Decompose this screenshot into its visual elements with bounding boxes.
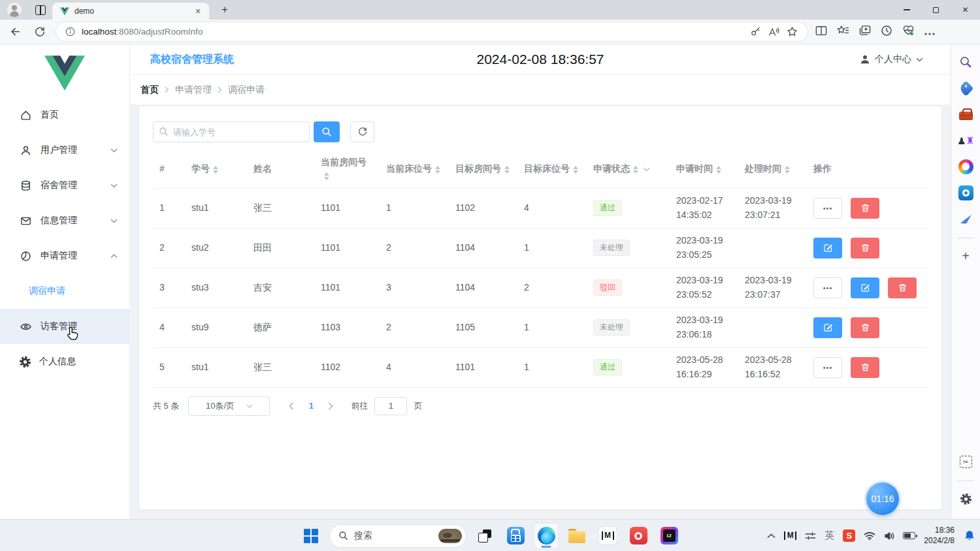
chevron-down-icon (916, 57, 923, 62)
sort-caret-icon[interactable] (785, 166, 790, 174)
file-explorer-icon[interactable] (564, 523, 589, 549)
sort-caret-icon[interactable] (324, 172, 329, 180)
row-delete-button[interactable] (851, 198, 879, 219)
tray-notification-bell-icon[interactable] (964, 530, 975, 541)
filter-icon[interactable] (643, 167, 650, 172)
sidebar-shopping-icon[interactable] (955, 77, 977, 99)
start-button[interactable] (299, 523, 323, 549)
site-info-icon[interactable] (65, 27, 75, 37)
sidebar-item-room-adjust[interactable]: 调宿申请 (0, 274, 129, 309)
workspaces-icon[interactable] (35, 5, 46, 15)
sidebar-screenshot-icon[interactable]: ✂ (955, 450, 977, 473)
window-minimize-button[interactable] (892, 0, 921, 20)
split-screen-icon[interactable] (815, 25, 827, 39)
tray-wifi-icon[interactable] (864, 531, 875, 541)
sort-caret-icon[interactable] (633, 166, 638, 174)
intellij-idea-icon[interactable]: IJ (657, 523, 681, 549)
browser-tab[interactable]: demo × (52, 3, 209, 20)
tab-close-icon[interactable]: × (192, 5, 204, 17)
column-header-current-bed[interactable]: 当前床位号 (380, 150, 449, 188)
browser-more-icon[interactable] (924, 26, 935, 38)
browser-profile-avatar[interactable] (7, 3, 22, 17)
row-delete-button[interactable] (851, 317, 879, 338)
breadcrumb-item[interactable]: 申请管理 (175, 84, 212, 96)
sort-caret-icon[interactable] (573, 166, 578, 174)
m-app-icon[interactable]: M (595, 523, 620, 549)
history-icon[interactable] (881, 25, 892, 39)
address-bar[interactable]: localhost:8080/adjustRoomInfo (56, 22, 808, 41)
taskbar-search-box[interactable]: 搜索 (329, 524, 466, 548)
sidebar-item-personal-info[interactable]: 个人信息 (0, 344, 129, 379)
sidebar-item-dorm-mgmt[interactable]: 宿舍管理 (0, 168, 129, 203)
user-menu[interactable]: 个人中心 (860, 54, 923, 65)
sidebar-item-info-mgmt[interactable]: 信息管理 (0, 203, 129, 238)
sidebar-item-apply-mgmt[interactable]: 申请管理 (0, 238, 129, 274)
column-header-apply-time[interactable]: 申请时间 (670, 150, 738, 188)
sidebar-item-home[interactable]: 首页 (0, 97, 129, 133)
goto-page-input[interactable] (374, 397, 407, 415)
student-id-search-input[interactable] (153, 121, 310, 142)
column-header-status[interactable]: 申请状态 (587, 150, 670, 188)
row-delete-button[interactable] (888, 277, 917, 298)
read-aloud-icon[interactable] (764, 24, 783, 40)
column-header-target-bed[interactable]: 目标床位号 (517, 150, 587, 188)
collections-icon[interactable] (859, 25, 871, 39)
current-page[interactable]: 1 (301, 401, 321, 411)
sidebar-drop-icon[interactable] (955, 208, 977, 230)
sort-caret-icon[interactable] (716, 166, 721, 174)
sidebar-item-visitor-mgmt[interactable]: 访客管理 (0, 309, 129, 344)
new-tab-button[interactable]: + (217, 2, 233, 18)
microsoft-store-icon[interactable] (503, 523, 528, 549)
tray-sliders-icon[interactable] (805, 531, 816, 541)
refresh-table-button[interactable] (350, 121, 374, 142)
favorite-star-icon[interactable] (783, 24, 801, 40)
tray-battery-icon[interactable] (903, 532, 915, 539)
refresh-button[interactable] (30, 22, 50, 42)
column-header-student-id[interactable]: 学号 (185, 150, 247, 188)
sidebar-item-user-mgmt[interactable]: 用户管理 (0, 133, 129, 168)
row-delete-button[interactable] (851, 357, 879, 378)
sort-caret-icon[interactable] (213, 166, 218, 174)
page-size-select[interactable]: 10条/页 (188, 396, 270, 416)
next-page-button[interactable] (321, 396, 340, 416)
sidebar-microsoft365-icon[interactable] (955, 155, 977, 178)
row-edit-button[interactable] (813, 238, 842, 259)
tray-volume-icon[interactable] (884, 531, 894, 541)
appgallery-icon[interactable] (626, 523, 651, 549)
tray-clock[interactable]: 18:36 2024/2/8 (924, 526, 955, 546)
password-key-icon[interactable] (746, 24, 764, 40)
row-edit-button[interactable] (851, 277, 879, 298)
edge-browser-icon[interactable] (534, 523, 559, 549)
row-delete-button[interactable] (851, 238, 879, 259)
tray-ime-icon[interactable]: 英 (825, 529, 834, 542)
prev-page-button[interactable] (282, 396, 301, 416)
screen-recorder-badge[interactable]: 01:16 (866, 482, 899, 515)
favorites-icon[interactable] (837, 25, 849, 39)
browser-essentials-icon[interactable] (902, 25, 915, 39)
sidebar-settings-icon[interactable] (955, 488, 977, 510)
task-view-button[interactable] (472, 523, 497, 549)
sort-caret-icon[interactable] (504, 166, 510, 174)
search-button[interactable] (314, 121, 340, 142)
column-header-current-room[interactable]: 当前房间号 (314, 150, 380, 188)
column-header-handle-time[interactable]: 处理时间 (738, 150, 807, 188)
sidebar-games-icon[interactable]: ♟♜ (955, 129, 977, 151)
sidebar-outlook-icon[interactable] (955, 181, 977, 204)
tray-chevron-up-icon[interactable] (767, 533, 776, 539)
tray-sogou-icon[interactable]: S (843, 529, 855, 542)
window-maximize-button[interactable] (921, 0, 951, 20)
window-close-button[interactable]: ✕ (951, 0, 980, 20)
column-header-target-room[interactable]: 目标房间号 (449, 150, 517, 188)
back-button[interactable] (5, 22, 25, 42)
row-more-button[interactable]: ••• (813, 357, 842, 378)
sidebar-tools-icon[interactable] (955, 103, 977, 125)
row-more-button[interactable]: ••• (813, 277, 842, 298)
url-text[interactable]: localhost:8080/adjustRoomInfo (82, 27, 746, 37)
tray-m-logo-icon[interactable]: M (784, 531, 796, 540)
breadcrumb-item[interactable]: 首页 (140, 84, 159, 96)
sidebar-search-icon[interactable] (955, 51, 977, 73)
sidebar-add-button[interactable]: + (955, 245, 977, 267)
row-edit-button[interactable] (813, 317, 842, 338)
sort-caret-icon[interactable] (435, 166, 440, 174)
row-more-button[interactable]: ••• (813, 198, 842, 219)
